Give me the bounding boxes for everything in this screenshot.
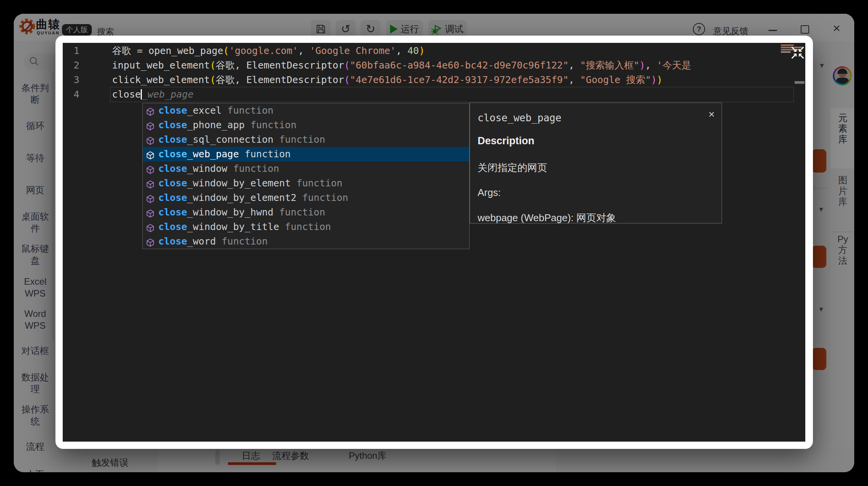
suggest-item-name: close_window_by_element [158,176,291,191]
suggest-item-name: close_sql_connection [158,132,273,147]
suggest-item-name: close_window_by_title [158,220,279,234]
docs-function-name: close_web_page [478,112,561,124]
code-line-3[interactable]: 3click_web_element(谷歌, ElementDescriptor… [63,73,805,87]
suggest-item-kind: function [228,103,273,118]
line-number: 4 [63,87,90,102]
docs-close-icon[interactable]: × [709,108,715,121]
code-editor[interactable]: 1谷歌 = open_web_page('google.com', 'Googl… [63,43,805,442]
autocomplete-dropdown: close_excelfunctionclose_phone_appfuncti… [142,103,470,249]
exit-fullscreen-icon[interactable]: ↘↙ ↗↖ [789,46,805,60]
suggest-item-close_sql_connection[interactable]: close_sql_connectionfunction [143,132,469,147]
suggest-item-close_web_page-selected[interactable]: close_web_pagefunction [143,147,469,161]
suggest-item-kind: function [302,191,348,205]
line-number: 3 [63,73,90,87]
docs-arg-line: webpage (WebPage): 网页对象 [478,211,616,225]
screenshot-stage: 曲辕 QUYUAN 个人版 搜索 ↺ ↻ 运行 [0,0,868,486]
function-cube-icon [146,121,155,130]
code-text: 谷歌 = open_web_page('google.com', 'Google… [112,44,425,58]
suggest-item-close_window_by_hwnd[interactable]: close_window_by_hwndfunction [143,205,469,220]
suggest-item-kind: function [222,234,268,249]
function-cube-icon [146,208,155,217]
docs-description-text: 关闭指定的网页 [478,161,547,175]
suggest-item-close_window_by_element[interactable]: close_window_by_elementfunction [143,176,469,191]
function-cube-icon [146,164,155,173]
suggest-item-kind: function [296,176,342,191]
docs-args-heading: Args: [478,187,501,199]
suggest-item-name: close_word [158,234,216,249]
autocomplete-docs-panel: close_web_page × Description 关闭指定的网页 Arg… [470,103,722,223]
function-cube-icon [146,193,155,202]
code-editor-modal: 1谷歌 = open_web_page('google.com', 'Googl… [55,36,813,449]
suggest-item-kind: function [250,118,296,132]
suggest-item-close_phone_app[interactable]: close_phone_appfunction [143,118,469,132]
function-cube-icon [146,237,155,246]
suggest-item-kind: function [233,161,279,176]
suggest-item-name: close_excel [158,103,222,118]
line-number: 1 [63,44,90,58]
inline-suggestion-ghost-text: _web_page [142,89,193,100]
suggest-item-name: close_window_by_element2 [158,191,296,205]
docs-description-heading: Description [478,135,535,147]
suggest-item-close_window_by_element2[interactable]: close_window_by_element2function [143,191,469,205]
suggest-item-name: close_web_page [158,147,239,161]
suggest-item-name: close_phone_app [158,118,245,132]
code-text: input_web_element(谷歌, ElementDescriptor(… [112,58,691,73]
function-cube-icon [146,106,155,115]
suggest-item-close_window[interactable]: close_windowfunction [143,161,469,176]
code-text: click_web_element(谷歌, ElementDescriptor(… [112,73,663,87]
function-cube-icon [146,222,155,232]
suggest-item-name: close_window_by_hwnd [158,205,273,220]
suggest-item-close_window_by_title[interactable]: close_window_by_titlefunction [143,220,469,234]
code-line-4[interactable]: 4close_web_page [63,87,805,102]
code-line-2[interactable]: 2input_web_element(谷歌, ElementDescriptor… [63,58,805,73]
suggest-item-kind: function [245,147,291,161]
suggest-item-close_excel[interactable]: close_excelfunction [143,103,469,118]
code-line-1[interactable]: 1谷歌 = open_web_page('google.com', 'Googl… [63,44,805,58]
suggest-item-kind: function [279,205,325,220]
function-cube-icon [146,179,155,188]
suggest-item-name: close_window [158,161,228,176]
suggest-item-close_word[interactable]: close_wordfunction [143,234,469,249]
line-number: 2 [63,58,90,73]
function-cube-icon [146,150,155,159]
minimap-scrollbar-thumb[interactable] [795,81,805,84]
suggest-item-kind: function [285,220,331,234]
suggest-item-kind: function [279,132,325,147]
code-text: close_web_page [112,87,193,102]
function-cube-icon [146,135,155,144]
